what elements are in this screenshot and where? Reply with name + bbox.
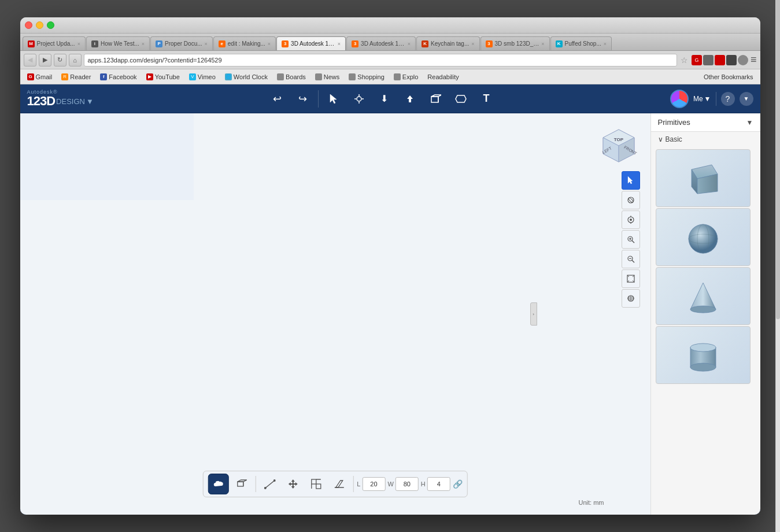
maximize-button[interactable] — [47, 21, 54, 29]
tab-properdocu[interactable]: PProper Docu...× — [150, 36, 213, 50]
primitive-cone[interactable] — [656, 267, 751, 325]
text-tool-button[interactable]: T — [476, 88, 497, 109]
panel-items — [651, 147, 760, 386]
svg-line-73 — [632, 241, 634, 243]
tab-autodesk2[interactable]: 33D Autodesk 12...× — [346, 36, 416, 50]
app-logo: Autodesk® 123D DESIGN ▼ — [27, 90, 94, 108]
svg-rect-6 — [431, 97, 438, 102]
bookmark-news[interactable]: News — [312, 72, 343, 82]
expand-button[interactable]: ▼ — [740, 92, 753, 106]
panel-title: Primitives — [658, 118, 690, 127]
home-button[interactable]: ⌂ — [69, 54, 82, 66]
fit-view-button[interactable] — [622, 269, 640, 288]
browser-ext-icon-3[interactable] — [715, 55, 725, 65]
tab-puffedshop[interactable]: KPuffed Shop...× — [550, 36, 612, 50]
bookmark-worldclock[interactable]: 🌐 World Clock — [221, 72, 271, 82]
panel-dropdown-button[interactable]: ▼ — [746, 119, 753, 127]
back-button[interactable]: ◀ — [24, 54, 36, 66]
grid-canvas: 80 — [20, 113, 194, 200]
bookmark-explo[interactable]: Explo — [390, 72, 422, 82]
tab-howwetest[interactable]: iHow We Test...× — [86, 36, 150, 50]
redo-button[interactable]: ↪ — [293, 88, 313, 109]
bookmark-youtube[interactable]: ▶ YouTube — [143, 72, 183, 82]
link-dimensions-button[interactable]: 🔗 — [453, 479, 463, 489]
sphere-tool-button[interactable] — [450, 88, 471, 109]
view-cube[interactable]: TOP LEFT FRONT — [598, 125, 639, 165]
primitive-box[interactable] — [656, 149, 751, 207]
tab-keychain[interactable]: KKeychain tag...× — [416, 36, 479, 50]
width-label: W — [387, 481, 393, 487]
svg-marker-87 — [237, 480, 246, 482]
tab-editmaking[interactable]: eedit : Making...× — [213, 36, 276, 50]
scale-button[interactable] — [305, 474, 326, 494]
refresh-button[interactable]: ↻ — [54, 54, 66, 66]
bottom-toolbar: L W H 🔗 — [202, 471, 467, 497]
unit-display: Unit: mm — [578, 499, 604, 506]
me-button[interactable]: Me ▼ — [693, 95, 711, 103]
browser-ext-icon-1[interactable]: G — [692, 55, 702, 65]
toolbar-sep-2 — [353, 476, 353, 492]
height-field: H — [421, 477, 450, 491]
box-tool-button[interactable] — [425, 88, 446, 109]
primitive-sphere[interactable] — [656, 208, 751, 266]
zoom-out-button[interactable] — [622, 250, 640, 268]
svg-line-76 — [632, 260, 634, 263]
upload-button[interactable] — [400, 88, 420, 109]
app-header: Autodesk® 123D DESIGN ▼ ↩ ↪ — [20, 84, 760, 113]
home-view-button[interactable] — [622, 289, 640, 308]
select-mode-button[interactable] — [622, 171, 640, 190]
forward-button[interactable]: ▶ — [39, 54, 51, 66]
length-input[interactable] — [362, 477, 385, 491]
transform-button[interactable] — [349, 88, 369, 109]
height-label: H — [421, 481, 426, 487]
browser-ext-icon-4[interactable] — [726, 55, 737, 65]
svg-text:TOP: TOP — [613, 137, 623, 142]
tab-smb123d[interactable]: 33D smb 123D_D...× — [480, 36, 550, 50]
browser-ext-icon-2[interactable] — [703, 55, 714, 65]
svg-rect-93 — [311, 479, 316, 484]
title-bar — [20, 17, 760, 34]
height-input[interactable] — [427, 477, 450, 491]
bookmark-shopping[interactable]: Shopping — [345, 72, 388, 82]
skew-button[interactable] — [328, 474, 349, 494]
orbit-button[interactable] — [622, 191, 640, 209]
help-button[interactable]: ? — [721, 92, 735, 106]
minimize-button[interactable] — [36, 21, 43, 29]
line-button[interactable] — [259, 474, 280, 494]
bookmark-reader[interactable]: R Reader — [58, 72, 94, 82]
pan-button[interactable] — [622, 210, 640, 229]
bookmark-gmail[interactable]: G Gmail — [24, 72, 56, 82]
length-label: L — [357, 481, 360, 487]
address-input[interactable] — [84, 54, 677, 66]
primitive-cylinder[interactable] — [656, 326, 751, 384]
bookmarks-bar: G Gmail R Reader f Facebook ▶ YouTube V … — [20, 69, 760, 84]
bookmark-boards[interactable]: Boards — [273, 72, 309, 82]
bookmark-other[interactable]: Other Bookmarks — [700, 72, 757, 82]
bookmark-facebook[interactable]: f Facebook — [97, 72, 140, 82]
section-arrow-icon: ∨ — [658, 135, 663, 143]
undo-button[interactable]: ↩ — [267, 88, 288, 109]
bookmark-readability[interactable]: Readability — [424, 72, 462, 82]
cloud-button[interactable] — [208, 474, 228, 494]
download-button[interactable]: ⬇ — [374, 88, 395, 109]
svg-point-91 — [273, 479, 275, 482]
zoom-in-button[interactable] — [622, 230, 640, 249]
bookmark-star-icon[interactable]: ☆ — [681, 56, 688, 65]
box-button[interactable] — [231, 474, 252, 494]
bookmark-worldclock-label: World Clock — [234, 73, 268, 80]
browser-ext-icon-5[interactable] — [738, 55, 748, 65]
canvas-area[interactable]: 80 TOP LE — [20, 113, 650, 515]
toolbar-separator-2 — [716, 92, 716, 106]
tab-bar: MProject Upda...×iHow We Test...×PProper… — [20, 34, 760, 51]
close-button[interactable] — [25, 21, 32, 29]
move-button[interactable] — [282, 474, 303, 494]
bookmark-shopping-label: Shopping — [357, 73, 385, 80]
tab-autodesk1[interactable]: 33D Autodesk 12...× — [276, 36, 346, 50]
panel-section-basic[interactable]: ∨ Basic — [651, 132, 760, 147]
select-tool-button[interactable] — [323, 88, 344, 109]
width-input[interactable] — [395, 477, 419, 491]
bookmark-vimeo[interactable]: V Vimeo — [186, 72, 219, 82]
menu-icon[interactable]: ≡ — [751, 54, 757, 66]
panel-collapse-button[interactable]: › — [530, 302, 537, 326]
tab-gmail[interactable]: MProject Upda...× — [23, 36, 86, 50]
